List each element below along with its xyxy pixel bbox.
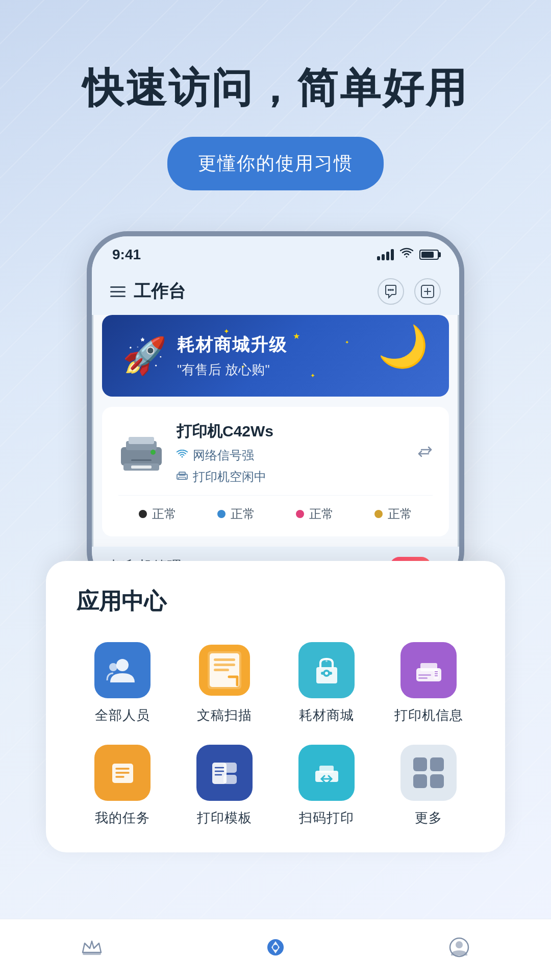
ink-dot-magenta (296, 510, 304, 518)
app-item-scan[interactable]: 文稿扫描 (179, 642, 270, 724)
ink-dot-yellow (374, 510, 383, 518)
template-icon (196, 745, 253, 801)
page-container: 快速访问，简单好用 更懂你的使用习惯 9:41 (0, 0, 551, 980)
print-status-text: 打印机空闲中 (193, 469, 266, 485)
svg-rect-21 (214, 658, 235, 661)
svg-rect-23 (214, 669, 229, 671)
svg-rect-33 (418, 677, 428, 679)
app-item-shop[interactable]: 耗材商城 (281, 642, 372, 724)
network-status-text: 网络信号强 (193, 447, 254, 463)
app-grid: 全部人员 文稿扫描 (77, 642, 474, 827)
app-name-scan: 文稿扫描 (197, 706, 252, 724)
diamond-icon (264, 936, 287, 963)
qr-print-icon (298, 745, 355, 801)
ink-magenta-label: 正常 (309, 506, 334, 522)
more-grid (413, 757, 444, 788)
banner-subtitle: "有售后 放心购" (177, 361, 429, 379)
ink-dot-black (139, 510, 147, 518)
app-name-tasks: 我的任务 (95, 809, 150, 827)
phone-frame: 9:41 (87, 231, 464, 592)
nav-item-profile[interactable] (448, 936, 470, 963)
app-center-title: 应用中心 (77, 586, 474, 617)
svg-rect-9 (131, 459, 152, 461)
phone-mockup: 9:41 (87, 231, 464, 592)
svg-point-16 (116, 659, 129, 671)
hero-title: 快速访问，简单好用 (83, 61, 468, 116)
app-name-template: 打印模板 (197, 809, 252, 827)
all-people-icon (94, 642, 151, 698)
app-item-more[interactable]: 更多 (383, 745, 474, 827)
status-bar: 9:41 (92, 236, 459, 268)
printer-section: 打印机C42Ws 网络信号强 (102, 407, 449, 536)
banner-content: 耗材商城升级 "有售后 放心购" (177, 333, 429, 379)
tasks-icon (94, 745, 151, 801)
printer-info: 打印机C42Ws 网络信号强 (118, 421, 433, 485)
svg-rect-22 (214, 664, 235, 666)
svg-point-17 (109, 663, 117, 671)
printer-status-icon (177, 471, 188, 482)
app-name-shop: 耗材商城 (299, 706, 354, 724)
svg-point-0 (388, 289, 390, 291)
scan-icon (196, 642, 253, 698)
printer-print-status: 打印机空闲中 (177, 469, 405, 485)
printer-image (118, 433, 164, 474)
printer-switch-icon[interactable] (417, 445, 433, 462)
ink-dot-cyan (217, 510, 226, 518)
crown-icon (81, 937, 103, 962)
person-circle-icon (448, 936, 470, 963)
svg-point-53 (273, 945, 278, 950)
svg-rect-34 (434, 669, 439, 679)
banner-title: 耗材商城升级 (177, 333, 429, 357)
app-item-printer-info[interactable]: 打印机信息 (383, 642, 474, 724)
ink-cyan: 正常 (217, 506, 255, 522)
hamburger-menu[interactable] (110, 286, 126, 297)
svg-rect-27 (325, 660, 328, 662)
app-header-right (378, 278, 441, 305)
app-item-all-people[interactable]: 全部人员 (77, 642, 168, 724)
app-header: 工作台 (92, 268, 459, 315)
printer-name: 打印机C42Ws (177, 421, 405, 442)
svg-rect-43 (223, 763, 237, 773)
chat-button[interactable] (378, 278, 404, 305)
svg-point-2 (392, 289, 394, 291)
hero-section: 快速访问，简单好用 更懂你的使用习惯 (0, 0, 551, 221)
bottom-nav (0, 919, 551, 980)
promo-banner[interactable]: ✦ ✦ ★ ✦ ✦ 🚀 耗材商城升级 "有售后 放心购" 🌙 (102, 315, 449, 397)
shop-icon (298, 642, 355, 698)
nav-item-workbench[interactable] (81, 937, 103, 962)
svg-point-1 (390, 289, 392, 291)
svg-rect-15 (179, 477, 186, 479)
svg-rect-32 (418, 674, 431, 676)
wifi-status-icon (177, 449, 188, 462)
svg-point-29 (325, 672, 328, 675)
add-button[interactable] (414, 278, 441, 305)
ink-magenta: 正常 (296, 506, 334, 522)
app-item-qr-print[interactable]: 扫码打印 (281, 745, 372, 827)
ink-black: 正常 (139, 506, 177, 522)
app-header-left: 工作台 (110, 280, 186, 303)
status-icons (377, 248, 439, 262)
more-icon (400, 745, 457, 801)
app-item-tasks[interactable]: 我的任务 (77, 745, 168, 827)
signal-icon (377, 249, 394, 260)
printer-details: 打印机C42Ws 网络信号强 (177, 421, 405, 485)
ink-yellow-label: 正常 (388, 506, 412, 522)
ink-levels: 正常 正常 正常 正常 (118, 495, 433, 522)
svg-rect-8 (129, 437, 154, 444)
svg-rect-51 (83, 952, 101, 955)
hero-cta-button[interactable]: 更懂你的使用习惯 (167, 137, 384, 190)
svg-point-10 (151, 450, 156, 455)
printer-info-icon (400, 642, 457, 698)
wifi-icon (400, 248, 413, 262)
ink-black-label: 正常 (152, 506, 177, 522)
app-name-all-people: 全部人员 (95, 706, 150, 724)
ink-cyan-label: 正常 (231, 506, 255, 522)
svg-rect-49 (319, 766, 334, 773)
battery-icon (419, 250, 439, 260)
app-name-qr-print: 扫码打印 (299, 809, 354, 827)
app-name-printer-info: 打印机信息 (394, 706, 463, 724)
app-center: 应用中心 全部人员 (46, 561, 505, 852)
app-title: 工作台 (134, 280, 186, 303)
nav-item-apps[interactable] (264, 936, 287, 963)
app-item-template[interactable]: 打印模板 (179, 745, 270, 827)
